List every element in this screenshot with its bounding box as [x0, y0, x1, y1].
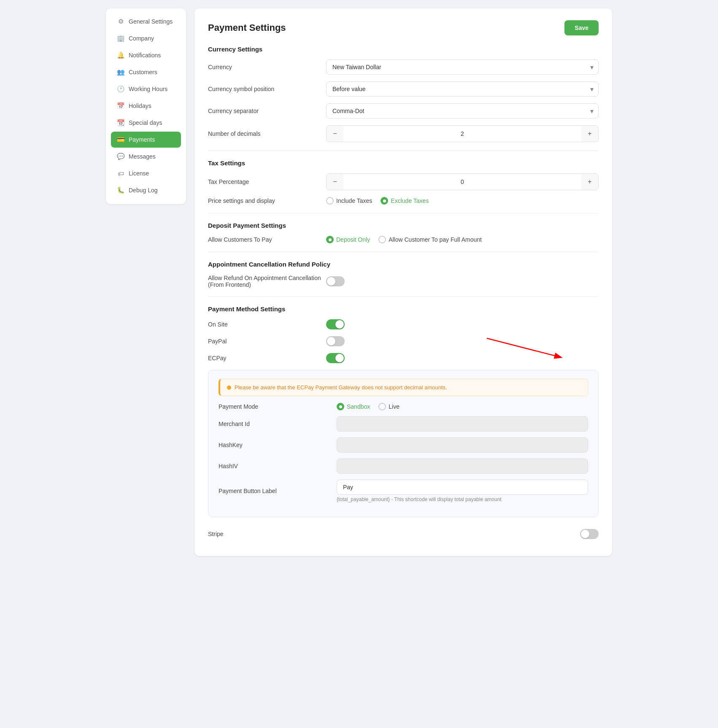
currency-row: Currency New Taiwan DollarUS DollarEuroB… [208, 59, 599, 75]
currency-position-select[interactable]: Before valueAfter value [326, 81, 599, 97]
deposit-only-radio[interactable]: Deposit Only [326, 236, 370, 243]
button-label-label: Payment Button Label [219, 488, 337, 494]
payments-icon: 💳 [117, 136, 124, 143]
decimals-increase-button[interactable]: + [581, 126, 598, 142]
ecpay-label: ECPay [208, 355, 326, 361]
sidebar-item-license[interactable]: 🏷 License [111, 165, 181, 181]
on-site-toggle[interactable] [326, 319, 345, 329]
decimals-row: Number of decimals − + [208, 125, 599, 142]
ecpay-row-wrapper: ECPay [208, 353, 599, 363]
include-taxes-radio[interactable]: Include Taxes [326, 197, 372, 205]
paypal-toggle-container [326, 336, 599, 346]
full-amount-radio[interactable]: Allow Customer To pay Full Amount [378, 236, 482, 243]
working-hours-label: Working Hours [129, 86, 167, 92]
payment-methods-title: Payment Method Settings [208, 305, 599, 313]
sidebar-item-working-hours[interactable]: 🕐 Working Hours [111, 81, 181, 97]
sidebar-item-payments[interactable]: 💳 Payments [111, 132, 181, 148]
stripe-row: Stripe [208, 524, 599, 544]
holidays-label: Holidays [129, 102, 151, 109]
hashiv-row: HashIV [219, 458, 588, 474]
sidebar-item-customers[interactable]: 👥 Customers [111, 64, 181, 80]
sidebar-item-notifications[interactable]: 🔔 Notifications [111, 47, 181, 63]
paypal-toggle[interactable] [326, 336, 345, 346]
include-taxes-label: Include Taxes [336, 197, 372, 204]
live-label: Live [389, 403, 399, 410]
tax-input[interactable] [343, 178, 581, 185]
decimals-decrease-button[interactable]: − [327, 126, 343, 142]
ecpay-toggle[interactable] [326, 353, 345, 363]
notifications-label: Notifications [129, 52, 161, 59]
hashiv-label: HashIV [219, 463, 337, 469]
deposit-section-title: Deposit Payment Settings [208, 222, 599, 229]
page-header: Payment Settings Save [208, 20, 599, 35]
refund-toggle-container [326, 276, 599, 286]
sidebar-item-messages[interactable]: 💬 Messages [111, 148, 181, 164]
sidebar-item-general-settings[interactable]: ⚙ General Settings [111, 13, 181, 30]
currency-select[interactable]: New Taiwan DollarUS DollarEuroBritish Po… [326, 59, 599, 75]
live-radio[interactable]: Live [378, 403, 399, 410]
sidebar-item-company[interactable]: 🏢 Company [111, 30, 181, 46]
on-site-row: On Site [208, 319, 599, 329]
price-display-label: Price settings and display [208, 197, 326, 204]
merchant-id-label: Merchant Id [219, 421, 337, 427]
currency-separator-row: Currency separator Comma-DotDot-CommaSpa… [208, 103, 599, 119]
hashkey-control [337, 437, 588, 453]
allow-pay-label: Allow Customers To Pay [208, 236, 326, 243]
currency-separator-select[interactable]: Comma-DotDot-CommaSpace-Comma [326, 103, 599, 119]
price-display-control: Include Taxes Exclude Taxes [326, 197, 599, 205]
page-title: Payment Settings [208, 22, 286, 33]
sidebar-item-special-days[interactable]: 📆 Special days [111, 115, 181, 131]
exclude-taxes-radio[interactable]: Exclude Taxes [381, 197, 429, 205]
currency-section-title: Currency Settings [208, 46, 599, 53]
exclude-taxes-label: Exclude Taxes [391, 197, 429, 204]
sidebar-item-holidays[interactable]: 📅 Holidays [111, 98, 181, 114]
currency-label: Currency [208, 64, 326, 70]
currency-separator-select-wrapper: Comma-DotDot-CommaSpace-Comma [326, 103, 599, 119]
tax-decrease-button[interactable]: − [327, 174, 343, 190]
allow-pay-row: Allow Customers To Pay Deposit Only Allo… [208, 236, 599, 243]
refund-toggle[interactable] [326, 276, 345, 286]
paypal-row: PayPal [208, 336, 599, 346]
price-display-row: Price settings and display Include Taxes… [208, 197, 599, 205]
deposit-settings-section: Deposit Payment Settings Allow Customers… [208, 222, 599, 243]
hashiv-input[interactable] [337, 458, 588, 474]
working-hours-icon: 🕐 [117, 85, 124, 93]
currency-separator-label: Currency separator [208, 108, 326, 114]
button-label-row: Payment Button Label {total_payable_amou… [219, 480, 588, 502]
sidebar: ⚙ General Settings 🏢 Company 🔔 Notificat… [106, 8, 186, 204]
currency-position-row: Currency symbol position Before valueAft… [208, 81, 599, 97]
tax-increase-button[interactable]: + [581, 174, 598, 190]
hashiv-control [337, 458, 588, 474]
general-settings-label: General Settings [129, 18, 173, 25]
cancellation-section: Appointment Cancellation Refund Policy A… [208, 261, 599, 288]
tax-percentage-row: Tax Percentage − + [208, 173, 599, 190]
full-amount-indicator [378, 236, 386, 243]
payment-methods-section: Payment Method Settings On Site PayPal [208, 305, 599, 544]
sidebar-item-debug-log[interactable]: 🐛 Debug Log [111, 182, 181, 198]
on-site-toggle-container [326, 319, 599, 329]
sandbox-radio[interactable]: Sandbox [337, 403, 370, 410]
currency-settings-section: Currency Settings Currency New Taiwan Do… [208, 46, 599, 142]
customers-label: Customers [129, 69, 157, 75]
save-button[interactable]: Save [564, 20, 599, 35]
hashkey-input[interactable] [337, 437, 588, 453]
currency-separator-control: Comma-DotDot-CommaSpace-Comma [326, 103, 599, 119]
include-taxes-radio-indicator [326, 197, 334, 205]
sandbox-indicator [337, 403, 344, 410]
merchant-id-input[interactable] [337, 416, 588, 431]
ecpay-notice: Please be aware that the ECPay Payment G… [219, 379, 588, 396]
payment-mode-label: Payment Mode [219, 403, 337, 410]
deposit-only-label: Deposit Only [336, 236, 370, 243]
on-site-label: On Site [208, 321, 326, 328]
notifications-icon: 🔔 [117, 51, 124, 59]
button-label-input[interactable] [337, 480, 588, 495]
hashkey-row: HashKey [219, 437, 588, 453]
ecpay-settings-box: Please be aware that the ECPay Payment G… [208, 370, 599, 517]
payment-mode-control: Sandbox Live [337, 403, 588, 410]
stripe-toggle[interactable] [580, 529, 599, 539]
refund-row: Allow Refund On Appointment Cancellation… [208, 275, 599, 288]
decimals-input[interactable] [343, 130, 581, 137]
decimals-stepper: − + [326, 125, 599, 142]
tax-percentage-label: Tax Percentage [208, 178, 326, 185]
deposit-only-indicator [326, 236, 334, 243]
